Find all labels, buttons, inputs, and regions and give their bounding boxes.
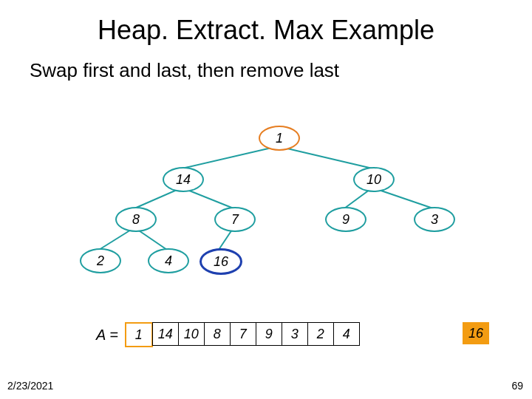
footer-date: 2/23/2021 [7, 380, 53, 392]
array-cell: 2 [307, 322, 334, 346]
tree-node: 9 [325, 207, 366, 232]
array-label: A = [96, 327, 118, 344]
tree-node: 7 [214, 207, 256, 232]
array-cell: 10 [178, 322, 205, 346]
tree-node: 2 [80, 248, 121, 273]
tree-node: 4 [148, 248, 189, 273]
page-title: Heap. Extract. Max Example [0, 0, 532, 46]
step-description: Swap first and last, then remove last [0, 46, 532, 82]
array-cell: 4 [333, 322, 360, 346]
tree-node: 10 [353, 167, 395, 192]
array-cell: 9 [256, 322, 282, 346]
heap-tree: 1141087932416 [0, 126, 532, 296]
tree-node: 1 [259, 126, 300, 151]
array-cell: 8 [204, 322, 231, 346]
tree-node: 8 [115, 207, 157, 232]
array-cell: 3 [282, 322, 308, 346]
tree-node: 14 [163, 167, 204, 192]
array-row: A = 11410879324 [96, 322, 360, 347]
array-trailing-cell: 16 [463, 322, 489, 344]
array-cell: 7 [230, 322, 256, 346]
tree-node: 3 [414, 207, 455, 232]
array: 11410879324 [126, 322, 360, 347]
array-cell: 1 [125, 322, 153, 347]
tree-node: 16 [200, 248, 242, 275]
footer-page: 69 [511, 380, 523, 392]
array-cell: 14 [152, 322, 179, 346]
